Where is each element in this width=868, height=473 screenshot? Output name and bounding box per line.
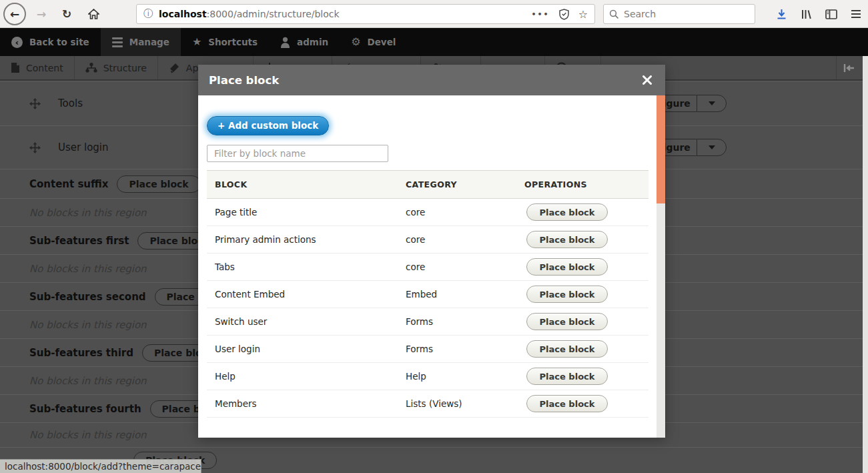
block-table-row: User loginFormsPlace block (207, 336, 648, 363)
home-icon (88, 9, 99, 19)
place-block-button[interactable]: Place block (117, 175, 200, 193)
search-icon (609, 9, 619, 19)
devel-tab[interactable]: ⚙ Devel (340, 28, 407, 56)
block-table-row: MembersLists (Views)Place block (207, 390, 648, 418)
dialog-scrollbar[interactable] (657, 95, 665, 438)
browser-back-button[interactable]: ← (3, 3, 26, 25)
operations-cell: Place block (516, 254, 648, 281)
category-cell: Embed (398, 281, 516, 308)
block-name-cell: Switch user (207, 308, 398, 336)
block-table-row: TabscorePlace block (207, 254, 648, 281)
place-block-button[interactable]: Place block (526, 231, 608, 248)
appearance-icon (169, 62, 180, 73)
block-name-cell: Content Embed (207, 281, 398, 308)
place-block-button[interactable]: Place block (526, 340, 608, 358)
dialog-title: Place block (209, 74, 279, 87)
structure-icon (85, 62, 97, 73)
operations-cell: Place block (516, 281, 648, 308)
drag-handle-icon[interactable] (29, 98, 41, 109)
place-block-dialog: Place block + Add custom block BLOCK CAT… (198, 65, 665, 438)
back-arrow-icon: ← (10, 7, 19, 21)
browser-search-bar[interactable] (603, 4, 755, 24)
manage-tab[interactable]: Manage (101, 28, 181, 56)
site-info-icon[interactable]: ⓘ (143, 8, 153, 20)
forward-arrow-icon: → (37, 7, 46, 21)
chevron-down-icon (709, 145, 715, 149)
tab-content[interactable]: Content (0, 56, 75, 79)
back-to-site-icon: ‹ (11, 37, 23, 48)
block-name-cell: User login (207, 336, 398, 363)
block-name-cell: Primary admin actions (207, 226, 398, 254)
category-cell: Forms (398, 336, 516, 363)
status-bar-url: localhost:8000/block/add?theme=carapace (0, 459, 201, 473)
close-icon (642, 75, 652, 85)
block-name-cell: Page title (207, 199, 398, 226)
category-cell: core (398, 254, 516, 281)
admin-user-tab[interactable]: admin (269, 28, 340, 56)
filter-blocks-input[interactable] (207, 145, 388, 162)
url-path: :8000/admin/structure/block (207, 9, 340, 19)
orient-horizontal-icon (843, 64, 854, 72)
block-table-row: HelpHelpPlace block (207, 363, 648, 390)
sidebar-icon[interactable] (825, 9, 837, 19)
modal-table-body: Page titlecorePlace blockPrimary admin a… (207, 199, 648, 418)
shield-icon[interactable] (559, 9, 569, 20)
url-text: localhost:8000/admin/structure/block (159, 9, 340, 19)
configure-dropdown-button[interactable] (697, 95, 727, 112)
place-block-button[interactable]: Place block (526, 368, 608, 385)
operations-cell: Place block (516, 363, 648, 390)
downloads-icon[interactable] (776, 9, 787, 20)
category-cell: core (398, 226, 516, 254)
block-table-row: Page titlecorePlace block (207, 199, 648, 226)
category-cell: core (398, 199, 516, 226)
url-bar[interactable]: ⓘ localhost:8000/admin/structure/block •… (136, 4, 595, 24)
tab-structure[interactable]: Structure (75, 56, 158, 79)
block-label: Tools (58, 97, 83, 109)
dialog-content: + Add custom block BLOCK CATEGORY OPERAT… (198, 95, 665, 438)
configure-dropdown-button[interactable] (697, 139, 727, 156)
manage-menu-icon (112, 37, 123, 47)
drag-handle-icon[interactable] (29, 142, 41, 153)
back-to-site-button[interactable]: ‹ Back to site (0, 28, 101, 56)
blocks-table: BLOCK CATEGORY OPERATIONS Page titlecore… (207, 170, 648, 418)
gear-icon: ⚙ (351, 37, 360, 47)
place-block-button[interactable]: Place block (526, 203, 608, 221)
search-input[interactable] (624, 9, 731, 19)
block-name-cell: Members (207, 390, 398, 418)
place-block-button[interactable]: Place block (526, 286, 608, 303)
place-block-button[interactable]: Place block (526, 313, 608, 330)
col-header-operations: OPERATIONS (516, 171, 648, 199)
shortcuts-star-icon: ★ (192, 37, 201, 47)
shortcuts-tab[interactable]: ★ Shortcuts (181, 28, 269, 56)
browser-toolbar: ← → ↻ ⓘ localhost:8000/admin/structure/b… (0, 0, 868, 28)
bookmark-star-icon[interactable]: ☆ (578, 8, 588, 21)
category-cell: Forms (398, 308, 516, 336)
browser-home-button[interactable] (83, 4, 103, 24)
dialog-scrollbar-thumb[interactable] (657, 95, 665, 203)
menu-icon[interactable] (851, 9, 861, 19)
library-icon[interactable] (801, 9, 812, 20)
category-cell: Help (398, 363, 516, 390)
place-block-button[interactable]: Place block (526, 395, 608, 412)
operations-cell: Place block (516, 199, 648, 226)
drupal-admin-toolbar: ‹ Back to site Manage ★ Shortcuts admin … (0, 28, 868, 56)
page-actions-icon[interactable]: ••• (532, 10, 550, 19)
block-label: User login (58, 141, 109, 153)
browser-reload-button[interactable]: ↻ (57, 4, 77, 24)
toolbar-orientation-button[interactable] (836, 56, 861, 79)
operations-cell: Place block (516, 390, 648, 418)
browser-forward-button[interactable]: → (31, 4, 51, 24)
block-table-row: Switch userFormsPlace block (207, 308, 648, 336)
content-icon (11, 62, 20, 73)
place-block-button[interactable]: Place block (526, 258, 608, 276)
url-host: localhost (159, 9, 207, 19)
close-button[interactable] (640, 73, 655, 87)
screen: ← → ↻ ⓘ localhost:8000/admin/structure/b… (0, 0, 868, 473)
user-icon (280, 37, 290, 48)
add-custom-block-button[interactable]: + Add custom block (207, 116, 329, 135)
col-header-block: BLOCK (207, 171, 398, 199)
reload-icon: ↻ (62, 7, 71, 21)
block-table-row: Primary admin actionscorePlace block (207, 226, 648, 254)
browser-scrollbar[interactable] (863, 56, 868, 473)
block-name-cell: Help (207, 363, 398, 390)
